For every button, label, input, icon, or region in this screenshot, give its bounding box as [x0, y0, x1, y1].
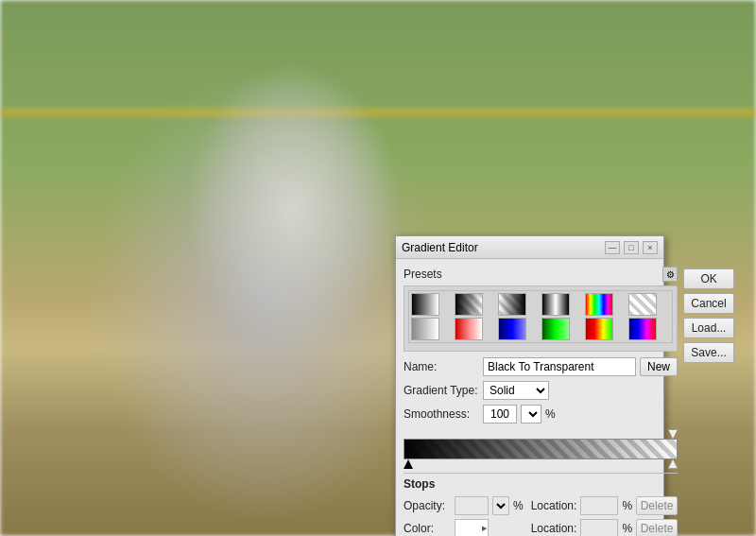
- opacity-stop-right[interactable]: [668, 429, 678, 439]
- presets-grid: [408, 290, 673, 343]
- smoothness-label: Smoothness:: [404, 407, 479, 421]
- presets-area: [404, 285, 678, 352]
- close-button[interactable]: ×: [643, 241, 658, 254]
- stops-section: Stops Opacity: ▼ % Location: % Delete: [404, 473, 678, 536]
- minimize-button[interactable]: —: [605, 241, 620, 254]
- opacity-percent: %: [513, 499, 524, 512]
- opacity-delete-button[interactable]: Delete: [636, 496, 678, 515]
- opacity-location-input[interactable]: [580, 496, 618, 515]
- gradient-editor-dialog: Gradient Editor — □ × Presets ⚙: [395, 235, 664, 536]
- save-button[interactable]: Save...: [683, 342, 734, 363]
- smoothness-input[interactable]: [483, 405, 517, 424]
- name-input[interactable]: [483, 357, 636, 376]
- ok-button[interactable]: OK: [683, 268, 734, 289]
- opacity-input[interactable]: [455, 496, 489, 515]
- titlebar-controls: — □ ×: [605, 241, 658, 254]
- gradient-top-stops: [404, 429, 678, 439]
- color-location-label: Location:: [531, 522, 577, 535]
- color-location-input[interactable]: [580, 519, 618, 536]
- name-label: Name:: [404, 360, 479, 373]
- smoothness-select[interactable]: ▼: [521, 405, 541, 424]
- stops-title: Stops: [404, 477, 678, 491]
- dialog-main: Presets ⚙: [404, 267, 678, 536]
- color-row: Color: ▶ Location: % Delete: [404, 519, 678, 536]
- presets-header: Presets ⚙: [404, 267, 678, 282]
- opacity-row: Opacity: ▼ % Location: % Delete: [404, 496, 678, 515]
- preset-swatch-1[interactable]: [411, 293, 439, 316]
- dialog-title: Gradient Editor: [402, 241, 478, 254]
- color-delete-button[interactable]: Delete: [636, 519, 678, 536]
- smoothness-percent: %: [545, 407, 556, 421]
- color-swatch-arrow: ▶: [482, 525, 487, 532]
- gradient-bar-container: [404, 429, 678, 469]
- preset-swatch-9[interactable]: [498, 318, 526, 340]
- smoothness-row: Smoothness: ▼ %: [404, 405, 678, 424]
- opacity-label: Opacity:: [404, 499, 451, 512]
- color-loc-percent: %: [622, 522, 632, 535]
- opacity-select[interactable]: ▼: [492, 496, 509, 515]
- preset-swatch-7[interactable]: [411, 318, 439, 340]
- opacity-loc-percent: %: [622, 499, 632, 512]
- preset-swatch-4[interactable]: [541, 293, 570, 316]
- color-stop-right[interactable]: [668, 459, 678, 469]
- preset-swatch-11[interactable]: [585, 318, 613, 340]
- cancel-button[interactable]: Cancel: [683, 293, 734, 314]
- preset-swatch-10[interactable]: [541, 318, 570, 340]
- gradient-type-select[interactable]: Solid Noise: [483, 381, 549, 400]
- name-row: Name: New: [404, 357, 678, 376]
- new-button[interactable]: New: [640, 357, 678, 376]
- color-swatch[interactable]: ▶: [455, 519, 489, 536]
- presets-gear-icon[interactable]: ⚙: [662, 267, 678, 282]
- dialog-content: Presets ⚙: [396, 259, 663, 536]
- dialog-titlebar[interactable]: Gradient Editor — □ ×: [396, 236, 663, 259]
- preset-swatch-12[interactable]: [628, 318, 657, 340]
- load-button[interactable]: Load...: [683, 318, 734, 338]
- gradient-bottom-stops: [404, 459, 678, 469]
- opacity-location-label: Location:: [531, 499, 577, 512]
- color-stop-left[interactable]: [404, 459, 413, 469]
- dialog-layout: Presets ⚙: [404, 267, 656, 536]
- preset-swatch-6[interactable]: [628, 293, 657, 316]
- preset-swatch-3[interactable]: [498, 293, 526, 316]
- preset-swatch-5[interactable]: [585, 293, 613, 316]
- gradient-bar[interactable]: [404, 439, 678, 459]
- maximize-button[interactable]: □: [624, 241, 639, 254]
- dialog-buttons: OK Cancel Load... Save...: [683, 267, 734, 536]
- presets-label: Presets: [404, 268, 442, 281]
- preset-swatch-2[interactable]: [455, 293, 483, 316]
- gradient-type-label: Gradient Type:: [404, 384, 479, 397]
- gradient-type-row: Gradient Type: Solid Noise: [404, 381, 678, 400]
- color-label: Color:: [404, 522, 451, 535]
- preset-swatch-8[interactable]: [455, 318, 483, 340]
